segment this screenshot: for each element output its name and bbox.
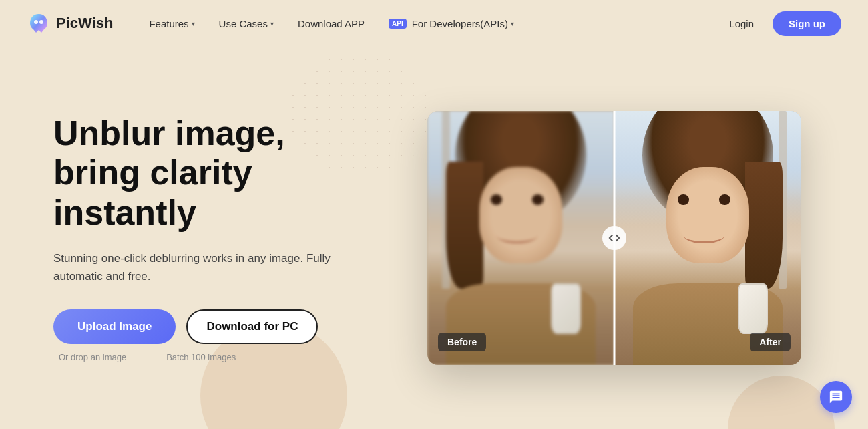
batch-hint: Batch 100 images xyxy=(166,352,236,362)
helper-row: Or drop an image Batch 100 images xyxy=(53,352,387,362)
svg-point-0 xyxy=(34,20,38,24)
logo-icon xyxy=(27,11,51,35)
face xyxy=(479,167,562,263)
before-label: Before xyxy=(438,333,486,351)
features-chevron-icon: ▾ xyxy=(192,20,195,27)
image-comparison-frame: Before After xyxy=(427,111,801,365)
use-cases-chevron-icon: ▾ xyxy=(270,20,274,27)
navbar: PicWish Features ▾ Use Cases ▾ Download … xyxy=(0,0,868,47)
smile-r xyxy=(684,228,725,243)
eye-left-r xyxy=(678,194,689,204)
hero-subheadline: Stunning one-click deblurring works in a… xyxy=(53,249,334,285)
chat-button[interactable] xyxy=(820,381,852,413)
svg-point-1 xyxy=(39,20,43,24)
developers-chevron-icon: ▾ xyxy=(511,20,514,27)
mug xyxy=(551,283,581,334)
signup-button[interactable]: Sign up xyxy=(773,11,841,36)
logo[interactable]: PicWish xyxy=(27,11,113,35)
chat-icon xyxy=(829,390,843,404)
hair-left xyxy=(446,162,483,289)
comparison-handle[interactable] xyxy=(602,226,626,250)
after-label: After xyxy=(750,333,791,351)
hair-right xyxy=(745,162,783,289)
login-button[interactable]: Login xyxy=(718,13,765,35)
hero-right: Before After xyxy=(401,111,828,365)
hero-left: Unblur image, bring clarity instantly St… xyxy=(53,114,401,363)
eye-right xyxy=(532,194,544,204)
before-image xyxy=(427,111,614,365)
photo-after-bg xyxy=(614,111,801,365)
nav-use-cases[interactable]: Use Cases ▾ xyxy=(210,13,283,35)
nav-developers[interactable]: API For Developers(APIs) ▾ xyxy=(379,13,523,35)
nav-actions: Login Sign up xyxy=(718,11,841,36)
face-r xyxy=(666,167,748,263)
hero-headline: Unblur image, bring clarity instantly xyxy=(53,114,387,233)
photo-after-inner xyxy=(614,111,801,365)
main-content: Unblur image, bring clarity instantly St… xyxy=(0,47,868,429)
smile xyxy=(497,228,538,243)
download-pc-button[interactable]: Download for PC xyxy=(186,309,318,344)
eye-right-r xyxy=(719,194,730,204)
logo-text: PicWish xyxy=(56,15,113,32)
cta-row: Upload Image Download for PC xyxy=(53,309,387,344)
after-image xyxy=(614,111,801,365)
photo-before-bg xyxy=(427,111,614,365)
drop-hint: Or drop an image xyxy=(59,352,126,362)
nav-features[interactable]: Features ▾ xyxy=(140,13,204,35)
eye-left xyxy=(491,194,502,204)
mug-r xyxy=(738,283,768,334)
api-badge: API xyxy=(389,19,407,29)
upload-image-button[interactable]: Upload Image xyxy=(53,309,176,344)
nav-download-app[interactable]: Download APP xyxy=(288,13,374,35)
nav-links: Features ▾ Use Cases ▾ Download APP API … xyxy=(140,13,718,35)
